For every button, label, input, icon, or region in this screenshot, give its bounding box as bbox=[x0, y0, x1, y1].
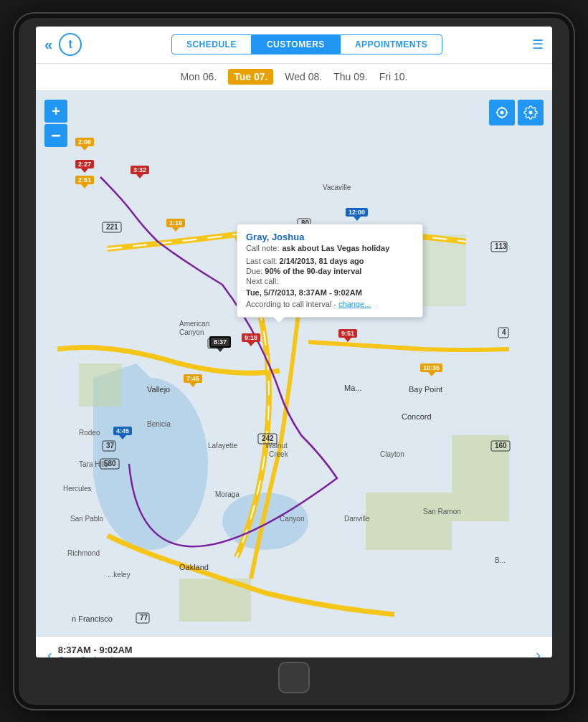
map-pin-837[interactable]: 8:37 bbox=[209, 336, 231, 352]
svg-text:Moraga: Moraga bbox=[215, 490, 240, 498]
zoom-out-button[interactable]: − bbox=[44, 124, 67, 147]
date-wed[interactable]: Wed 08. bbox=[285, 71, 322, 82]
svg-text:77: 77 bbox=[140, 614, 148, 622]
tablet-screen: « t SCHEDULE CUSTOMERS APPOINTMENTS ☰ Mo… bbox=[36, 27, 552, 657]
tablet-frame: « t SCHEDULE CUSTOMERS APPOINTMENTS ☰ Mo… bbox=[14, 14, 574, 709]
svg-text:...keley: ...keley bbox=[108, 571, 131, 579]
tab-customers[interactable]: CUSTOMERS bbox=[252, 34, 340, 54]
svg-text:Tara Hills: Tara Hills bbox=[79, 460, 108, 468]
svg-text:Concord: Concord bbox=[402, 412, 432, 421]
svg-text:Benicia: Benicia bbox=[147, 420, 171, 428]
map-pin-745[interactable]: 7:45 bbox=[184, 374, 202, 387]
svg-text:Clayton: Clayton bbox=[380, 450, 404, 458]
settings-button[interactable] bbox=[518, 100, 544, 125]
popup-next-call-label: Next call: bbox=[246, 277, 414, 285]
svg-text:n Francisco: n Francisco bbox=[72, 614, 113, 623]
svg-text:Bay Point: Bay Point bbox=[409, 385, 442, 394]
appointment-info: 8:37AM - 9:02AM Gray, Joshua ! bbox=[58, 645, 531, 657]
svg-text:B...: B... bbox=[495, 556, 506, 564]
svg-text:Richmond: Richmond bbox=[67, 549, 100, 557]
svg-text:Ma...: Ma... bbox=[344, 384, 361, 392]
svg-text:Oakland: Oakland bbox=[179, 563, 209, 571]
svg-rect-8 bbox=[79, 364, 122, 407]
map-pin-951[interactable]: 9:51 bbox=[338, 329, 357, 342]
appointment-time: 8:37AM - 9:02AM bbox=[58, 645, 531, 655]
appointment-customer[interactable]: Gray, Joshua ! bbox=[58, 655, 531, 657]
zoom-in-button[interactable]: + bbox=[44, 100, 67, 123]
svg-text:Creek: Creek bbox=[269, 450, 289, 458]
map-pin-206[interactable]: 2:06 bbox=[75, 138, 94, 151]
date-bar: Mon 06. Tue 07. Wed 08. Thu 09. Fri 10. bbox=[36, 64, 552, 91]
app-logo: t bbox=[59, 33, 82, 56]
map-pin-119[interactable]: 1:19 bbox=[166, 219, 185, 232]
svg-point-59 bbox=[501, 110, 504, 114]
map-pin-251[interactable]: 2:51 bbox=[75, 176, 94, 189]
svg-text:Rodeo: Rodeo bbox=[79, 429, 100, 437]
prev-appointment-button[interactable]: ‹ bbox=[47, 647, 52, 657]
svg-text:Walnut: Walnut bbox=[265, 442, 288, 450]
svg-text:Canyon: Canyon bbox=[179, 328, 204, 336]
svg-point-61 bbox=[529, 110, 533, 114]
tab-appointments[interactable]: APPOINTMENTS bbox=[340, 34, 442, 54]
svg-text:Danville: Danville bbox=[344, 515, 370, 523]
svg-text:Hercules: Hercules bbox=[63, 485, 91, 493]
tab-schedule[interactable]: SCHEDULE bbox=[171, 34, 252, 54]
svg-text:Vacaville: Vacaville bbox=[323, 184, 351, 191]
map-pin-1200[interactable]: 12:00 bbox=[346, 208, 368, 221]
svg-text:San Pablo: San Pablo bbox=[70, 515, 104, 523]
map-pin-918[interactable]: 9:18 bbox=[242, 333, 260, 346]
nav-tabs: SCHEDULE CUSTOMERS APPOINTMENTS bbox=[93, 34, 521, 54]
popup-call-note-label: Call note: bbox=[246, 244, 279, 252]
popup-last-call: Last call: 2/14/2013, 81 days ago bbox=[246, 257, 414, 265]
svg-text:113: 113 bbox=[495, 242, 507, 250]
date-mon[interactable]: Mon 06. bbox=[181, 71, 217, 82]
popup-according: According to call interval - change... bbox=[246, 300, 414, 308]
date-fri[interactable]: Fri 10. bbox=[379, 71, 408, 82]
popup-call-note-value: ask about Las Vegas holiday bbox=[282, 244, 389, 252]
home-button[interactable] bbox=[278, 662, 310, 693]
svg-rect-5 bbox=[366, 493, 452, 550]
menu-button[interactable]: ☰ bbox=[532, 37, 544, 52]
svg-text:Canyon: Canyon bbox=[280, 515, 304, 523]
popup-change-link[interactable]: change... bbox=[338, 300, 371, 308]
svg-text:160: 160 bbox=[495, 442, 507, 450]
svg-text:4: 4 bbox=[502, 328, 506, 336]
svg-text:Vallejo: Vallejo bbox=[147, 385, 170, 394]
svg-text:Lafayette: Lafayette bbox=[208, 442, 238, 450]
bottom-bar: ‹ 8:37AM - 9:02AM Gray, Joshua ! › bbox=[36, 636, 552, 657]
back-button[interactable]: « bbox=[44, 37, 50, 53]
top-bar: « t SCHEDULE CUSTOMERS APPOINTMENTS ☰ bbox=[36, 27, 552, 64]
map-container[interactable]: 80 680 242 37 77 221 4 113 160 580 bbox=[36, 91, 552, 636]
date-thu[interactable]: Thu 09. bbox=[333, 71, 367, 82]
date-tue[interactable]: Tue 07. bbox=[228, 69, 273, 85]
locate-button[interactable] bbox=[489, 100, 515, 125]
next-appointment-button[interactable]: › bbox=[536, 647, 541, 657]
map-pin-227[interactable]: 2:27 bbox=[75, 160, 94, 173]
map-pin-445[interactable]: 4:45 bbox=[113, 427, 132, 440]
map-controls-left: + − bbox=[44, 100, 67, 147]
svg-text:221: 221 bbox=[106, 223, 118, 231]
popup-next-call-value: Tue, 5/7/2013, 8:37AM - 9:02AM bbox=[246, 288, 414, 297]
map-controls-right bbox=[489, 100, 544, 125]
popup-due: Due: 90% of the 90-day interval bbox=[246, 267, 414, 275]
popup-customer-name: Gray, Joshua bbox=[246, 232, 414, 242]
svg-text:American: American bbox=[179, 320, 209, 328]
svg-text:37: 37 bbox=[106, 442, 115, 450]
map-pin-1035[interactable]: 10:35 bbox=[420, 364, 442, 376]
customer-popup: Gray, Joshua Call note: ask about Las Ve… bbox=[237, 224, 423, 318]
svg-text:San Ramon: San Ramon bbox=[423, 508, 461, 516]
map-pin-332[interactable]: 3:32 bbox=[131, 166, 149, 179]
